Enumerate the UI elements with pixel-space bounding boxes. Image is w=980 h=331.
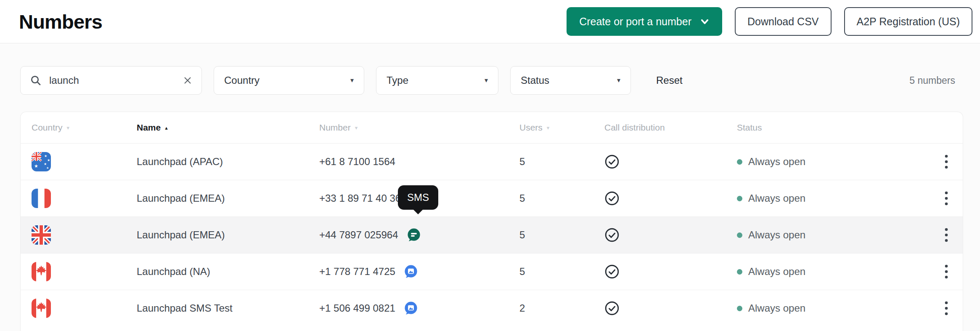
dropdown-caret-icon: ▾: [350, 77, 354, 84]
mms-message-icon[interactable]: [404, 264, 418, 279]
table-body: ★★★★★ Launchpad (APAC) +61 8 7100 1564 5…: [21, 143, 963, 326]
sort-asc-icon: ▴: [165, 125, 168, 131]
row-menu-kebab-icon[interactable]: [940, 150, 953, 173]
call-distribution-check-icon: [604, 227, 620, 243]
users-count: 5: [519, 192, 604, 204]
search-input[interactable]: [48, 74, 176, 87]
status-label: Always open: [748, 302, 805, 314]
table-row-united-kingdom[interactable]: Launchpad (EMEA) +44 7897 025964 5 Alway…: [21, 216, 963, 253]
status-dot: [737, 269, 742, 275]
create-or-port-number-label: Create or port a number: [579, 16, 691, 28]
dropdown-caret-icon: ▾: [617, 77, 620, 84]
a2p-registration-label: A2P Registration (US): [857, 16, 960, 28]
chevron-down-icon: [700, 17, 710, 27]
flag-canada-icon: [32, 299, 51, 318]
sms-tooltip-label: SMS: [407, 192, 429, 203]
column-header-status: Status: [737, 123, 915, 133]
column-header-label: Call distribution: [604, 123, 665, 133]
call-distribution-check-icon: [604, 301, 620, 316]
sms-message-icon[interactable]: [407, 228, 421, 242]
svg-text:★: ★: [44, 162, 47, 166]
flag-france-icon: [32, 189, 51, 208]
table-row-australia[interactable]: ★★★★★ Launchpad (APAC) +61 8 7100 1564 5…: [21, 143, 963, 180]
sort-desc-icon: ▾: [547, 125, 550, 131]
svg-text:★: ★: [47, 158, 50, 162]
column-header-country[interactable]: Country▾: [32, 123, 137, 133]
table-row-france[interactable]: Launchpad (EMEA) +33 1 89 71 40 36 5 Alw…: [21, 180, 963, 216]
users-count: 5: [519, 229, 604, 241]
country-filter-label: Country: [224, 75, 260, 86]
status-label: Always open: [748, 229, 805, 241]
status-filter-dropdown[interactable]: Status ▾: [510, 66, 631, 95]
row-menu-kebab-icon[interactable]: [940, 297, 953, 320]
clear-search-icon[interactable]: [183, 76, 192, 85]
phone-number: +61 8 7100 1564: [319, 156, 395, 168]
create-or-port-number-button[interactable]: Create or port a number: [567, 7, 722, 36]
column-header-label: Name: [137, 123, 161, 133]
flag-canada-icon: [32, 262, 51, 281]
mms-message-icon[interactable]: [404, 301, 418, 315]
row-menu-kebab-icon[interactable]: [940, 260, 953, 283]
status-dot: [737, 159, 742, 165]
a2p-registration-button[interactable]: A2P Registration (US): [844, 7, 972, 36]
type-filter-dropdown[interactable]: Type ▾: [376, 66, 498, 95]
search-icon: [30, 75, 42, 86]
dropdown-caret-icon: ▾: [485, 77, 488, 84]
sms-tooltip: SMS: [398, 185, 438, 210]
sort-desc-icon: ▾: [355, 125, 358, 131]
status-label: Always open: [748, 266, 805, 278]
column-header-label: Number: [319, 123, 351, 133]
users-count: 5: [519, 156, 604, 168]
phone-number: +1 778 771 4725: [319, 266, 395, 278]
search-box: [20, 66, 202, 95]
country-filter-dropdown[interactable]: Country ▾: [214, 66, 364, 95]
call-distribution-check-icon: [604, 191, 620, 206]
column-header-name[interactable]: Name▴: [137, 123, 319, 133]
status-dot: [737, 232, 742, 238]
flag-australia-icon: ★★★★★: [32, 152, 51, 171]
status-dot: [737, 306, 742, 311]
column-header-label: Country: [32, 123, 63, 133]
type-filter-label: Type: [387, 75, 408, 86]
column-header-number[interactable]: Number▾: [319, 123, 519, 133]
phone-number: +33 1 89 71 40 36: [319, 192, 401, 204]
column-header-call-distribution: Call distribution: [604, 123, 737, 133]
svg-text:★: ★: [34, 163, 38, 169]
phone-number: +44 7897 025964: [319, 229, 398, 241]
phone-number: +1 506 499 0821: [319, 302, 395, 314]
table-header-row: Country▾Name▴Number▾Users▾Call distribut…: [21, 112, 963, 143]
reset-filters-link[interactable]: Reset: [656, 75, 683, 86]
table-row-canada[interactable]: Launchpad (NA) +1 778 771 4725 5 Always …: [21, 253, 963, 290]
users-count: 5: [519, 266, 604, 278]
call-distribution-check-icon: [604, 264, 620, 279]
flag-united-kingdom-icon: [32, 225, 51, 245]
svg-text:★: ★: [46, 166, 49, 170]
download-csv-label: Download CSV: [747, 16, 819, 28]
column-header-label: Status: [737, 123, 762, 133]
sort-desc-icon: ▾: [67, 125, 70, 131]
topbar-actions: Create or port a number Download CSV A2P…: [567, 7, 972, 36]
filter-bar: Country ▾ Type ▾ Status ▾ Reset 5 number…: [20, 66, 955, 95]
row-menu-kebab-icon[interactable]: [940, 187, 953, 210]
status-label: Always open: [748, 192, 805, 204]
download-csv-button[interactable]: Download CSV: [735, 7, 832, 36]
call-distribution-check-icon: [604, 154, 620, 169]
numbers-table: Country▾Name▴Number▾Users▾Call distribut…: [20, 112, 963, 331]
column-header-users[interactable]: Users▾: [519, 123, 604, 133]
status-dot: [737, 196, 742, 201]
column-header-label: Users: [519, 123, 543, 133]
users-count: 2: [519, 302, 604, 314]
row-menu-kebab-icon[interactable]: [940, 224, 953, 246]
status-label: Always open: [748, 156, 805, 168]
numbers-count: 5 numbers: [909, 75, 955, 86]
top-bar: Numbers Create or port a number Download…: [0, 0, 980, 43]
page-title: Numbers: [19, 10, 102, 33]
svg-text:★: ★: [44, 154, 47, 158]
status-filter-label: Status: [521, 75, 549, 86]
table-row-canada[interactable]: Launchpad SMS Test +1 506 499 0821 2 Alw…: [21, 290, 963, 326]
